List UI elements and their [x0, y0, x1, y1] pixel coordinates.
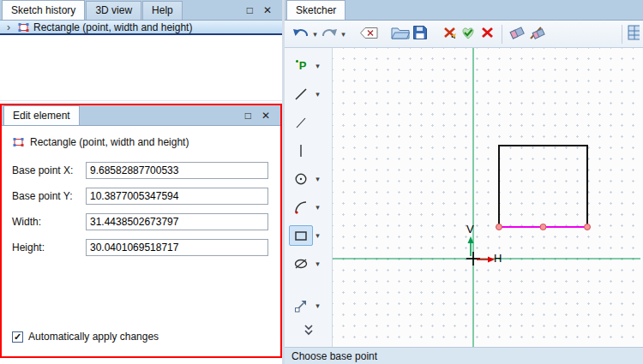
- redo-dropdown[interactable]: ▾: [339, 24, 348, 45]
- delete-cross-icon: [442, 26, 457, 42]
- close-icon[interactable]: ✕: [261, 110, 270, 121]
- sketch-graphics: [333, 48, 640, 347]
- maximize-icon[interactable]: □: [247, 5, 253, 15]
- chevron-down-icon[interactable]: ▾: [313, 84, 322, 104]
- status-bar: Choose base point: [285, 347, 643, 364]
- field-base-point-y: Base point Y:: [12, 188, 268, 205]
- horizontal-axis-label: H: [494, 252, 502, 265]
- rectangle-tool-icon: [289, 225, 313, 246]
- chevron-down-icon[interactable]: ▾: [313, 169, 322, 189]
- rectangle-element-icon: [17, 21, 30, 33]
- history-window-buttons: □ ✕: [247, 5, 280, 20]
- base-point-x-input[interactable]: [86, 162, 268, 179]
- point-tool-icon: P: [289, 56, 313, 76]
- save-button[interactable]: [412, 24, 429, 45]
- expander-icon[interactable]: ›: [3, 21, 14, 33]
- auto-apply-checkbox[interactable]: ✓: [12, 331, 23, 343]
- tool-arc[interactable]: ▾: [285, 193, 332, 221]
- tool-palette: P ▾ ▾ ▾ ▾ ▾: [285, 48, 333, 347]
- tab-3d-view[interactable]: 3D view: [86, 1, 141, 20]
- circle-tool-icon: [289, 169, 313, 189]
- status-text: Choose base point: [291, 350, 377, 362]
- toolbar-separator: [622, 25, 622, 44]
- delete-button[interactable]: [441, 24, 458, 45]
- rectangle-element-icon: [12, 136, 25, 148]
- chevron-down-icon[interactable]: ▾: [313, 254, 322, 274]
- grip-handle[interactable]: [496, 224, 502, 230]
- element-type-header: Rectangle (point, width and height): [12, 136, 268, 148]
- width-label: Width:: [12, 216, 86, 228]
- tools-expand-button[interactable]: [301, 323, 316, 340]
- vertical-line-tool-icon: [289, 140, 313, 161]
- edit-element-panel: Edit element □ ✕ Rectangle (point, width…: [0, 104, 282, 358]
- sketch-history-tree[interactable]: › Rectangle (point, width and height): [0, 21, 282, 101]
- transform-tool-icon: [289, 295, 313, 316]
- edit-element-form: Rectangle (point, width and height) Base…: [2, 126, 280, 356]
- eraser-button[interactable]: [508, 24, 526, 45]
- element-type-label: Rectangle (point, width and height): [30, 136, 189, 148]
- tree-row-rectangle[interactable]: › Rectangle (point, width and height): [0, 21, 282, 35]
- tool-ellipse[interactable]: ▾: [285, 249, 332, 277]
- sketch-history-panel: Sketch history 3D view Help □ ✕ › Rectan…: [0, 0, 282, 101]
- tool-vertical-line[interactable]: ▾: [285, 136, 332, 164]
- undo-button[interactable]: [292, 24, 309, 45]
- tool-line-alt[interactable]: ▾: [285, 108, 332, 136]
- backspace-icon: [359, 27, 379, 42]
- grip-handle[interactable]: [540, 224, 546, 230]
- auto-apply-row: ✓ Automatically apply changes: [12, 331, 268, 343]
- eraser-line-button[interactable]: [528, 24, 546, 45]
- redo-icon: [321, 26, 338, 42]
- edit-tabbar: Edit element □ ✕: [2, 105, 280, 126]
- redo-button[interactable]: [321, 24, 338, 45]
- tool-rectangle[interactable]: ▾: [285, 221, 332, 249]
- auto-apply-label: Automatically apply changes: [28, 331, 159, 343]
- arc-tool-icon: [289, 197, 313, 218]
- main-toolbar: ▾ ▾: [285, 21, 643, 48]
- field-height: Height:: [12, 239, 268, 256]
- field-width: Width:: [12, 213, 268, 230]
- tab-edit-element[interactable]: Edit element: [3, 105, 80, 125]
- base-point-y-input[interactable]: [86, 188, 268, 205]
- grip-handle[interactable]: [585, 224, 591, 230]
- tool-line[interactable]: ▾: [285, 80, 332, 108]
- ellipse-tool-icon: [289, 254, 313, 274]
- tool-point[interactable]: P ▾: [285, 51, 332, 80]
- chevron-down-icon[interactable]: ▾: [313, 295, 322, 316]
- left-column: Sketch history 3D view Help □ ✕ › Rectan…: [0, 0, 285, 364]
- base-point-x-label: Base point X:: [12, 164, 86, 176]
- double-chevron-down-icon: [301, 323, 316, 340]
- tab-sketch-history[interactable]: Sketch history: [2, 0, 85, 20]
- chevron-down-icon[interactable]: ▾: [313, 197, 322, 218]
- vertical-axis-label: V: [466, 223, 474, 236]
- tab-help[interactable]: Help: [142, 1, 183, 20]
- eraser-icon: [508, 26, 526, 43]
- tool-transform[interactable]: ▾: [285, 291, 332, 319]
- height-input[interactable]: [86, 239, 268, 256]
- clipped-tool-button[interactable]: [628, 24, 640, 44]
- undo-icon: [292, 26, 309, 42]
- chevron-down-icon[interactable]: ▾: [313, 56, 322, 76]
- open-button[interactable]: [391, 24, 410, 45]
- field-base-point-x: Base point X:: [12, 162, 268, 179]
- accept-button[interactable]: [460, 24, 477, 45]
- close-icon[interactable]: ✕: [263, 5, 272, 15]
- cancel-cross-icon: [480, 26, 495, 42]
- undo-dropdown[interactable]: ▾: [310, 24, 320, 45]
- sketcher-panel: Sketcher ▾ ▾: [285, 0, 643, 364]
- accept-check-icon: [460, 25, 477, 43]
- history-tabbar: Sketch history 3D view Help □ ✕: [0, 0, 282, 21]
- cancel-button[interactable]: [478, 24, 496, 45]
- left-filler: [0, 358, 282, 364]
- line-alt-tool-icon: [289, 112, 313, 133]
- edit-window-buttons: □ ✕: [245, 110, 279, 125]
- width-input[interactable]: [86, 213, 268, 230]
- maximize-icon[interactable]: □: [245, 110, 251, 121]
- backspace-button[interactable]: [359, 24, 379, 45]
- toolbar-separator: [502, 25, 502, 44]
- eraser-line-icon: [528, 26, 546, 43]
- tool-circle[interactable]: ▾: [285, 164, 332, 193]
- chevron-down-icon[interactable]: ▾: [313, 225, 322, 246]
- drawing-canvas[interactable]: V H: [333, 48, 643, 347]
- tab-sketcher[interactable]: Sketcher: [286, 0, 346, 20]
- open-folder-icon: [391, 26, 410, 43]
